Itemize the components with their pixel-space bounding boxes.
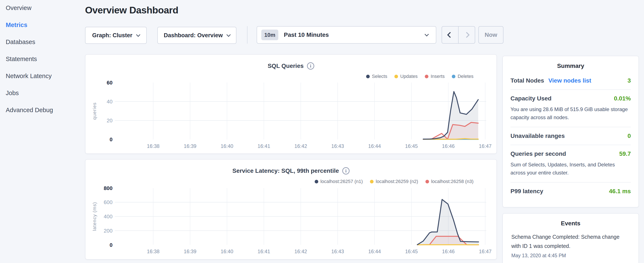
summary-row: Capacity Used0.01%You are using 28.6 MiB… <box>510 90 631 127</box>
dashboard-dropdown-label: Dashboard: Overview <box>164 32 223 39</box>
svg-text:16:39: 16:39 <box>184 248 196 254</box>
sidebar: OverviewMetricsDatabasesStatementsNetwor… <box>0 0 85 263</box>
summary-row-value: 59.7 <box>619 150 631 157</box>
svg-text:16:47: 16:47 <box>479 248 492 254</box>
svg-text:0: 0 <box>110 137 112 142</box>
event-timestamp: May 13, 2020 at 4:45 PM <box>511 253 630 258</box>
summary-row-value: 0 <box>628 133 631 139</box>
svg-text:16:46: 16:46 <box>442 143 455 149</box>
summary-title: Summary <box>510 63 631 69</box>
svg-text:latency (ms): latency (ms) <box>92 202 97 231</box>
svg-text:16:45: 16:45 <box>405 248 418 254</box>
svg-text:16:47: 16:47 <box>479 143 492 149</box>
summary-row: Unavailable ranges0 <box>510 127 631 145</box>
svg-text:16:44: 16:44 <box>368 143 381 149</box>
summary-panel: Summary Total NodesView nodes list3Capac… <box>502 56 639 207</box>
sidebar-item-jobs[interactable]: Jobs <box>0 88 85 98</box>
sidebar-item-overview[interactable]: Overview <box>0 3 85 13</box>
sidebar-item-network-latency[interactable]: Network Latency <box>0 71 85 81</box>
summary-row: Total NodesView nodes list3 <box>510 72 631 90</box>
sidebar-item-advanced-debug[interactable]: Advanced Debug <box>0 105 85 115</box>
legend-item-updates[interactable]: Updates <box>394 74 418 79</box>
sql-queries-chart-card: 16:3816:3916:4016:4116:4216:4316:4416:45… <box>85 54 497 154</box>
legend-dot <box>425 75 428 78</box>
svg-text:16:42: 16:42 <box>294 143 307 149</box>
legend-dot <box>426 180 429 183</box>
info-icon[interactable]: i <box>342 167 350 174</box>
legend-item-deletes[interactable]: Deletes <box>452 74 474 79</box>
info-icon[interactable]: i <box>307 62 314 70</box>
sidebar-item-metrics[interactable]: Metrics <box>0 20 85 30</box>
svg-text:16:40: 16:40 <box>221 143 234 149</box>
time-range-selector[interactable]: 10m Past 10 Minutes <box>256 26 436 44</box>
summary-rows: Total NodesView nodes list3Capacity Used… <box>510 72 631 200</box>
chevron-down-icon <box>424 32 429 36</box>
chevron-down-icon <box>226 33 231 37</box>
chevron-left-icon <box>447 32 453 38</box>
svg-text:600: 600 <box>104 199 112 205</box>
events-title: Events <box>511 220 630 227</box>
svg-text:400: 400 <box>104 214 112 219</box>
svg-text:16:39: 16:39 <box>184 143 196 149</box>
legend-label: Inserts <box>430 74 444 79</box>
svg-text:16:38: 16:38 <box>147 248 160 254</box>
legend-item-localhost-26257-n1-[interactable]: localhost:26257 (n1) <box>315 179 363 184</box>
summary-row-label: Queries per second <box>510 150 566 157</box>
sidebar-item-statements[interactable]: Statements <box>0 54 85 64</box>
graph-dropdown-label: Graph: Cluster <box>92 32 132 39</box>
legend-item-localhost-26258-n3-[interactable]: localhost:26258 (n3) <box>426 179 474 184</box>
page-title: Overview Dashboard <box>85 5 178 16</box>
event-item: Schema Change Completed: Schema change w… <box>511 232 630 258</box>
summary-row: P99 latency46.1 ms <box>510 183 631 200</box>
chevron-down-icon <box>136 33 140 37</box>
legend-label: Updates <box>400 74 418 79</box>
summary-row-label: Unavailable ranges <box>510 133 565 139</box>
next-time-button[interactable] <box>458 27 475 43</box>
toolbar-divider <box>247 26 248 44</box>
svg-text:200: 200 <box>104 228 112 234</box>
legend-item-localhost-26259-n2-[interactable]: localhost:26259 (n2) <box>370 179 418 184</box>
svg-text:16:40: 16:40 <box>221 248 234 254</box>
svg-text:16:44: 16:44 <box>368 248 381 254</box>
chart-legend: localhost:26257 (n1)localhost:26259 (n2)… <box>315 179 474 184</box>
svg-text:800: 800 <box>104 185 112 191</box>
legend-dot <box>366 75 370 78</box>
events-list: Schema Change Completed: Schema change w… <box>511 232 630 258</box>
graph-dropdown[interactable]: Graph: Cluster <box>85 27 147 44</box>
chart-legend: SelectsUpdatesInsertsDeletes <box>366 74 474 79</box>
service-latency-chart-card: 16:3816:3916:4016:4116:4216:4316:4416:45… <box>85 159 497 259</box>
legend-item-selects[interactable]: Selects <box>366 74 387 79</box>
chart-title: Service Latency: SQL, 99th percentile <box>232 167 339 174</box>
time-nav-buttons <box>442 26 475 44</box>
svg-text:60: 60 <box>107 80 113 86</box>
summary-row-label: Capacity Used <box>510 95 552 102</box>
legend-item-inserts[interactable]: Inserts <box>425 74 444 79</box>
event-text: Schema Change Completed: Schema change w… <box>511 232 630 251</box>
svg-text:16:43: 16:43 <box>331 248 344 254</box>
summary-row-description: You are using 28.6 MiB of 515.9 GiB usab… <box>510 105 631 122</box>
svg-text:16:45: 16:45 <box>405 143 418 149</box>
legend-label: localhost:26259 (n2) <box>376 179 418 184</box>
view-nodes-link[interactable]: View nodes list <box>548 77 591 84</box>
legend-label: Deletes <box>458 74 474 79</box>
svg-text:16:38: 16:38 <box>147 143 160 149</box>
summary-row-label: P99 latency <box>510 188 543 195</box>
time-range-badge: 10m <box>261 30 278 40</box>
dashboard-dropdown[interactable]: Dashboard: Overview <box>157 27 236 44</box>
svg-text:0: 0 <box>110 242 112 248</box>
legend-label: localhost:26258 (n3) <box>431 179 474 184</box>
now-button[interactable]: Now <box>478 26 504 44</box>
sidebar-item-databases[interactable]: Databases <box>0 37 85 47</box>
service-latency-plot: 16:3816:3916:4016:4116:4216:4316:4416:45… <box>86 160 496 259</box>
summary-row-value: 46.1 ms <box>609 188 631 195</box>
events-panel: Events Schema Change Completed: Schema c… <box>502 213 639 263</box>
time-range-label: Past 10 Minutes <box>284 32 329 38</box>
svg-text:16:41: 16:41 <box>258 248 270 254</box>
svg-text:16:42: 16:42 <box>294 248 307 254</box>
svg-text:16:43: 16:43 <box>331 143 344 149</box>
legend-label: localhost:26257 (n1) <box>320 179 363 184</box>
legend-dot <box>452 75 456 78</box>
prev-time-button[interactable] <box>442 27 458 43</box>
legend-dot <box>394 75 398 78</box>
svg-text:16:41: 16:41 <box>258 143 270 149</box>
